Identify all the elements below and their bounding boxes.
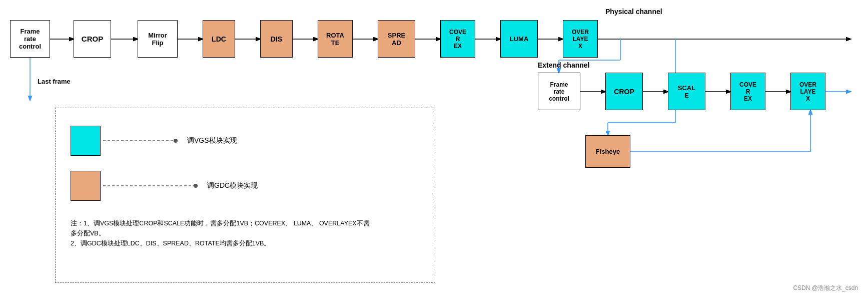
gdc-color-box bbox=[71, 171, 101, 201]
vgs-color-box bbox=[71, 126, 101, 156]
gdc-legend-item: 调GDC模块实现 bbox=[71, 171, 258, 201]
spread-box: SPRE AD bbox=[378, 20, 415, 58]
coverex2-box: COVE R EX bbox=[730, 73, 765, 110]
frame-rate-control2-box: Frame rate control bbox=[538, 73, 580, 110]
physical-channel-label: Physical channel bbox=[605, 8, 662, 16]
vgs-dash-line bbox=[103, 136, 183, 146]
mirror-flip-box: Mirror Flip bbox=[138, 20, 178, 58]
frame-rate-control-box: Frame rate control bbox=[10, 20, 50, 58]
rotate-box: ROTA TE bbox=[318, 20, 353, 58]
coverex1-box: COVE R EX bbox=[440, 20, 475, 58]
gdc-dash-line bbox=[103, 181, 203, 191]
overlayex2-box: OVER LAYE X bbox=[790, 73, 825, 110]
crop1-box: CROP bbox=[74, 20, 111, 58]
vgs-label: 调VGS模块实现 bbox=[187, 136, 237, 145]
watermark: CSDN @浩瀚之水_csdn bbox=[793, 284, 858, 292]
dis-box: DIS bbox=[260, 20, 293, 58]
svg-point-25 bbox=[174, 139, 178, 143]
ldc-box: LDC bbox=[203, 20, 235, 58]
last-frame-label: Last frame bbox=[38, 78, 71, 85]
vgs-legend-item: 调VGS模块实现 bbox=[71, 126, 237, 156]
luma-box: LUMA bbox=[500, 20, 538, 58]
scale-box: SCAL E bbox=[668, 73, 705, 110]
crop2-box: CROP bbox=[605, 73, 643, 110]
legend-box: 调VGS模块实现 调GDC模块实现 注：1、调VGS模块处理CROP和SCALE… bbox=[55, 108, 435, 283]
extend-channel-label: Extend channel bbox=[538, 61, 589, 69]
gdc-label: 调GDC模块实现 bbox=[207, 181, 258, 190]
svg-point-27 bbox=[194, 184, 198, 188]
overlayex1-box: OVER LAYE X bbox=[563, 20, 598, 58]
note-text: 注：1、调VGS模块处理CROP和SCALE功能时，需多分配1VB；COVERE… bbox=[71, 218, 421, 248]
fisheye-box: Fisheye bbox=[585, 135, 630, 168]
